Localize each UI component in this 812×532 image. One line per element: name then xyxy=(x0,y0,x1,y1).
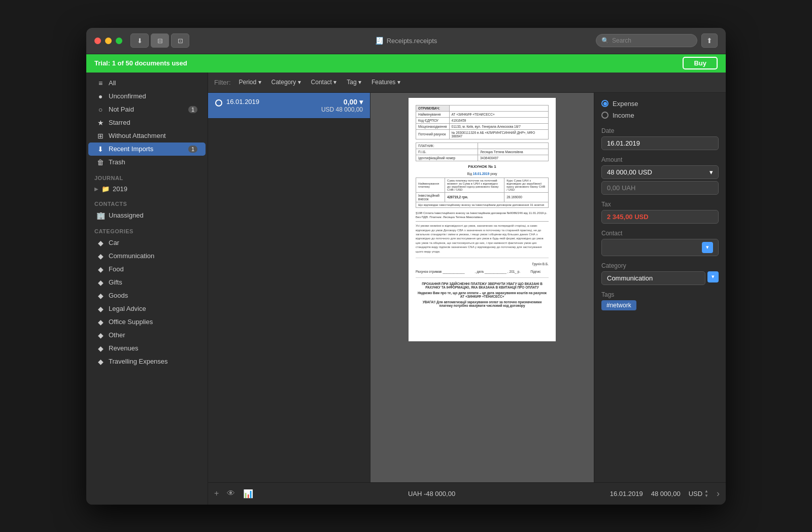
date-field-value[interactable]: 16.01.2019 xyxy=(601,136,719,150)
sidebar-item-2019[interactable]: ▶ 📁 2019 xyxy=(86,183,208,195)
category-label-food: Food xyxy=(109,265,124,273)
add-button[interactable]: + xyxy=(214,489,219,498)
expense-income-selector: Expense Income xyxy=(601,100,719,119)
car-category-icon: ◆ xyxy=(96,239,105,247)
sidebar-item-goods[interactable]: ◆ Goods xyxy=(88,289,206,302)
journal-label-2019: 2019 xyxy=(113,185,127,193)
doc-signatory: Грунін В.Б. xyxy=(416,262,549,266)
contacts-section-header: CONTACTS xyxy=(86,195,208,209)
category-dropdown-arrow[interactable]: ▾ xyxy=(707,271,719,282)
sidebar-item-gifts[interactable]: ◆ Gifts xyxy=(88,276,206,289)
receipt-item[interactable]: 16.01.2019 0,00 ▾ USD 48 000,00 xyxy=(208,93,370,119)
all-icon: ≡ xyxy=(96,79,105,87)
income-radio[interactable] xyxy=(601,112,608,119)
receipt-radio xyxy=(215,99,222,107)
grid-view-button[interactable]: ⊡ xyxy=(171,33,189,48)
next-button[interactable]: › xyxy=(717,488,720,499)
sidebar-item-starred[interactable]: ★ Starred xyxy=(88,116,206,129)
filter-tag[interactable]: Tag ▾ xyxy=(343,77,365,87)
contact-dropdown[interactable]: ▾ xyxy=(601,239,719,256)
date-field-label: Date xyxy=(601,127,719,134)
doc-bold-notice: ПРОХАННЯ ПРИ ЗДІЙСНЕННІ ПЛАТЕЖУ ЗВЕРНУТИ… xyxy=(416,282,549,289)
sidebar-item-other[interactable]: ◆ Other xyxy=(88,329,206,342)
titlebar: ⬇ ⊟ ⊡ 🧾 Receipts.receipts 🔍 Search ⬆ xyxy=(86,28,726,54)
filter-label: Filter: xyxy=(214,79,231,86)
doc-signature-fields: Рахунок отримав ____________ , дата ____… xyxy=(416,270,549,273)
income-radio-row[interactable]: Income xyxy=(601,112,719,119)
sidebar-item-recent-imports[interactable]: ⬇ Recent Imports 1 xyxy=(88,143,206,156)
currency-stepper[interactable]: ▲ ▼ xyxy=(704,489,708,498)
expense-radio-row[interactable]: Expense xyxy=(601,100,719,108)
app-window: ⬇ ⊟ ⊡ 🧾 Receipts.receipts 🔍 Search ⬆ Tri… xyxy=(86,28,726,505)
gifts-category-icon: ◆ xyxy=(96,278,105,287)
close-button[interactable] xyxy=(94,38,101,44)
sidebar-item-trash[interactable]: 🗑 Trash xyxy=(88,156,206,169)
filter-category[interactable]: Category ▾ xyxy=(267,77,305,87)
traffic-lights xyxy=(94,38,122,44)
minimize-button[interactable] xyxy=(105,38,112,44)
sidebar-item-all[interactable]: ≡ All xyxy=(88,77,206,90)
category-field-label: Category xyxy=(601,262,719,269)
search-box[interactable]: 🔍 Search xyxy=(596,34,697,47)
sidebar-item-travelling-expenses[interactable]: ◆ Travelling Expenses xyxy=(88,355,206,368)
sidebar-item-unconfirmed[interactable]: ● Unconfirmed xyxy=(88,90,206,103)
date-field-section: Date 16.01.2019 xyxy=(601,127,719,150)
amount-field-value[interactable]: 48 000,00 USD ▾ xyxy=(601,165,719,179)
share-button[interactable]: ⬆ xyxy=(701,33,718,48)
sidebar-item-office-supplies[interactable]: ◆ Office Supplies xyxy=(88,315,206,329)
amount-secondary-value: 0,00 UAH xyxy=(601,181,719,195)
doc-invoice-table: Найменування платежу Сума платежу поточн… xyxy=(416,178,549,208)
tags-area: #network xyxy=(601,300,719,310)
travelling-category-icon: ◆ xyxy=(96,358,105,366)
center-panel: Filter: Period ▾ Category ▾ Contact ▾ Ta… xyxy=(208,73,726,505)
receipt-list: 16.01.2019 0,00 ▾ USD 48 000,00 xyxy=(208,93,370,482)
sidebar-item-unassigned[interactable]: 🏢 Unassigned xyxy=(88,209,206,222)
sidebar-item-communication[interactable]: ◆ Communication xyxy=(88,250,206,263)
sidebar-item-food[interactable]: ◆ Food xyxy=(88,263,206,276)
contact-dropdown-arrow[interactable]: ▾ xyxy=(702,242,713,253)
contact-field-section: Contact ▾ xyxy=(601,230,719,256)
receipt-sub-row: USD 48 000,00 xyxy=(226,106,363,113)
revenues-category-icon: ◆ xyxy=(96,344,105,352)
not-paid-badge: 1 xyxy=(188,106,197,113)
contact-field-label: Contact xyxy=(601,230,719,237)
doc-invoice-ref: §198 Сплата Інвестиційного внеску за Інв… xyxy=(416,211,549,220)
fullscreen-button[interactable] xyxy=(116,38,122,44)
tag-chip[interactable]: #network xyxy=(601,300,636,310)
category-field-section: Category Communication ▾ xyxy=(601,262,719,285)
doc-contract-text: Усі умови незмінні в відповідності до ум… xyxy=(416,224,549,254)
bottom-currency-area: USD ▲ ▼ xyxy=(689,489,708,498)
search-icon: 🔍 xyxy=(601,37,609,44)
category-label-car: Car xyxy=(109,239,119,246)
category-label-gifts: Gifts xyxy=(109,278,122,286)
list-view-button[interactable]: ⊟ xyxy=(151,33,169,48)
chart-button[interactable]: 📊 xyxy=(243,489,253,499)
import-button[interactable]: ⬇ xyxy=(130,33,149,48)
office-supplies-category-icon: ◆ xyxy=(96,318,105,326)
starred-icon: ★ xyxy=(96,119,105,127)
recent-imports-badge: 1 xyxy=(188,146,197,153)
buy-button[interactable]: Buy xyxy=(683,57,718,69)
filter-features[interactable]: Features ▾ xyxy=(367,77,404,87)
toolbar-buttons: ⬇ ⊟ ⊡ xyxy=(130,33,189,48)
eye-button[interactable]: 👁 xyxy=(227,489,235,498)
sidebar-item-car[interactable]: ◆ Car xyxy=(88,236,206,250)
tax-field-value[interactable]: 2 345,00 USD xyxy=(601,210,719,224)
expense-radio[interactable] xyxy=(601,100,608,107)
doc-bold-warning: УВАГА!! Для автоматизації зарахування оп… xyxy=(416,300,549,307)
main-content: ≡ All ● Unconfirmed ○ Not Paid 1 ★ Starr… xyxy=(86,73,726,505)
panels: 16.01.2019 0,00 ▾ USD 48 000,00 xyxy=(208,93,726,482)
sidebar-item-legal-advice[interactable]: ◆ Legal Advice xyxy=(88,302,206,315)
legal-advice-category-icon: ◆ xyxy=(96,305,105,313)
sidebar-item-without-attachment[interactable]: ⊞ Without Attachment xyxy=(88,129,206,143)
unassigned-icon: 🏢 xyxy=(96,211,105,220)
filter-contact[interactable]: Contact ▾ xyxy=(307,77,341,87)
sidebar-label-recent-imports: Recent Imports xyxy=(109,145,153,153)
doc-payer-table: ПЛАТНИК: П.І.Б. Лесяцка Тетяна Миколаївн… xyxy=(416,143,549,161)
doc-invoice-title: РАХУНОК № 1 xyxy=(416,164,549,169)
other-category-icon: ◆ xyxy=(96,331,105,339)
sidebar-item-revenues[interactable]: ◆ Revenues xyxy=(88,342,206,355)
sidebar-item-not-paid[interactable]: ○ Not Paid 1 xyxy=(88,103,206,116)
filter-period[interactable]: Period ▾ xyxy=(235,77,265,87)
sidebar-label-not-paid: Not Paid xyxy=(109,105,134,113)
